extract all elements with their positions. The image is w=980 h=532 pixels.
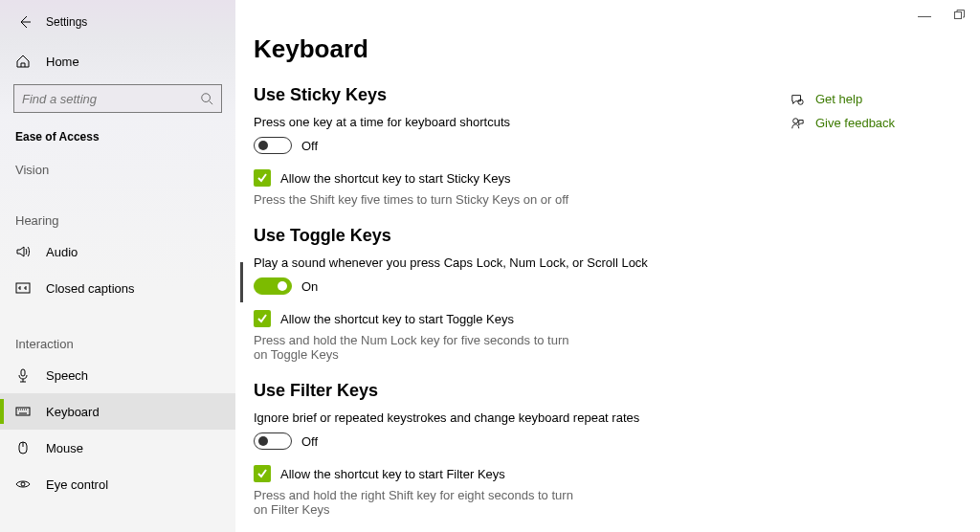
- get-help-link[interactable]: Get help: [789, 92, 913, 106]
- filter-heading: Use Filter Keys: [254, 381, 789, 401]
- toggle-desc: Play a sound whenever you press Caps Loc…: [254, 255, 789, 270]
- help-label: Get help: [815, 92, 862, 106]
- filter-toggle-row: Off: [254, 432, 789, 450]
- group-vision: Vision: [0, 153, 235, 183]
- svg-rect-3: [16, 408, 30, 415]
- page-title: Keyboard: [254, 34, 789, 64]
- nav-label: Closed captions: [46, 281, 135, 296]
- filter-check-row: Allow the shortcut key to start Filter K…: [254, 465, 789, 482]
- eye-icon: [15, 477, 31, 492]
- sidebar: Settings Home Ease of Access Vision Hear…: [0, 0, 235, 532]
- maximize-button[interactable]: [954, 8, 965, 23]
- feedback-icon: [789, 117, 806, 130]
- filter-toggle[interactable]: [254, 432, 292, 450]
- filter-checkbox[interactable]: [254, 465, 271, 482]
- nav-label: Mouse: [46, 441, 83, 455]
- check-icon: [256, 313, 268, 324]
- toggle-hint: Press and hold the Num Lock key for five…: [254, 333, 579, 362]
- toggle-toggle-row: On: [254, 277, 789, 295]
- check-icon: [256, 468, 268, 479]
- svg-rect-1: [16, 283, 30, 293]
- sticky-toggle-row: Off: [254, 137, 789, 154]
- sidebar-item-mouse[interactable]: Mouse: [0, 430, 235, 466]
- minimize-button[interactable]: —: [918, 8, 931, 23]
- search-box[interactable]: [13, 84, 222, 113]
- microphone-icon: [15, 367, 31, 383]
- svg-rect-8: [955, 12, 962, 19]
- sticky-hint: Press the Shift key five times to turn S…: [254, 192, 579, 207]
- main-content: Keyboard Use Sticky Keys Press one key a…: [254, 34, 789, 532]
- feedback-label: Give feedback: [815, 116, 895, 130]
- sticky-heading: Use Sticky Keys: [254, 85, 789, 105]
- mouse-icon: [15, 440, 31, 455]
- audio-icon: [15, 244, 31, 259]
- toggle-keys-toggle[interactable]: [254, 277, 292, 295]
- nav-label: Speech: [46, 368, 88, 383]
- nav-label: Eye control: [46, 477, 108, 492]
- sidebar-item-home[interactable]: Home: [0, 44, 235, 78]
- home-label: Home: [46, 55, 79, 69]
- sidebar-item-keyboard[interactable]: Keyboard: [0, 393, 235, 430]
- toggle-check-label: Allow the shortcut key to start Toggle K…: [280, 312, 514, 326]
- give-feedback-link[interactable]: Give feedback: [789, 116, 913, 130]
- sidebar-header: Settings: [0, 0, 235, 44]
- sidebar-item-speech[interactable]: Speech: [0, 357, 235, 393]
- svg-rect-2: [21, 369, 25, 376]
- toggle-keys-section: Use Toggle Keys Play a sound whenever yo…: [254, 226, 789, 362]
- section-title: Ease of Access: [0, 126, 235, 153]
- back-button[interactable]: [10, 7, 40, 37]
- sidebar-item-eye-control[interactable]: Eye control: [0, 466, 235, 502]
- svg-point-5: [21, 482, 25, 486]
- group-hearing: Hearing: [0, 204, 235, 233]
- sidebar-item-closed-captions[interactable]: Closed captions: [0, 270, 235, 306]
- toggle-keys-toggle-label: On: [301, 279, 318, 294]
- closed-captions-icon: [15, 280, 31, 296]
- filter-keys-section: Use Filter Keys Ignore brief or repeated…: [254, 381, 789, 517]
- search-container: [13, 84, 222, 113]
- nav-label: Keyboard: [46, 405, 100, 419]
- sticky-checkbox[interactable]: [254, 169, 271, 187]
- toggle-check-row: Allow the shortcut key to start Toggle K…: [254, 310, 789, 327]
- sticky-toggle-label: Off: [301, 139, 318, 153]
- toggle-heading: Use Toggle Keys: [254, 226, 789, 246]
- group-interaction: Interaction: [0, 327, 235, 357]
- toggle-checkbox[interactable]: [254, 310, 271, 327]
- nav-label: Audio: [46, 245, 78, 259]
- search-icon: [200, 92, 213, 105]
- keyboard-icon: [15, 404, 31, 419]
- back-arrow-icon: [17, 14, 33, 30]
- check-icon: [256, 172, 268, 184]
- filter-desc: Ignore brief or repeated keystrokes and …: [254, 410, 789, 425]
- home-icon: [15, 54, 31, 69]
- app-title: Settings: [46, 15, 87, 29]
- search-input[interactable]: [22, 92, 200, 106]
- svg-point-7: [793, 118, 798, 122]
- filter-toggle-label: Off: [301, 434, 318, 449]
- window-controls: —: [918, 8, 965, 23]
- right-column: Get help Give feedback: [789, 92, 913, 140]
- sticky-desc: Press one key at a time for keyboard sho…: [254, 115, 789, 129]
- sticky-toggle[interactable]: [254, 137, 292, 154]
- svg-point-0: [202, 94, 211, 102]
- help-icon: [789, 93, 806, 106]
- sticky-keys-section: Use Sticky Keys Press one key at a time …: [254, 85, 789, 207]
- filter-check-label: Allow the shortcut key to start Filter K…: [280, 467, 505, 481]
- sticky-check-row: Allow the shortcut key to start Sticky K…: [254, 169, 789, 187]
- filter-hint: Press and hold the right Shift key for e…: [254, 488, 579, 517]
- sticky-check-label: Allow the shortcut key to start Sticky K…: [280, 171, 511, 186]
- sidebar-item-audio[interactable]: Audio: [0, 233, 235, 270]
